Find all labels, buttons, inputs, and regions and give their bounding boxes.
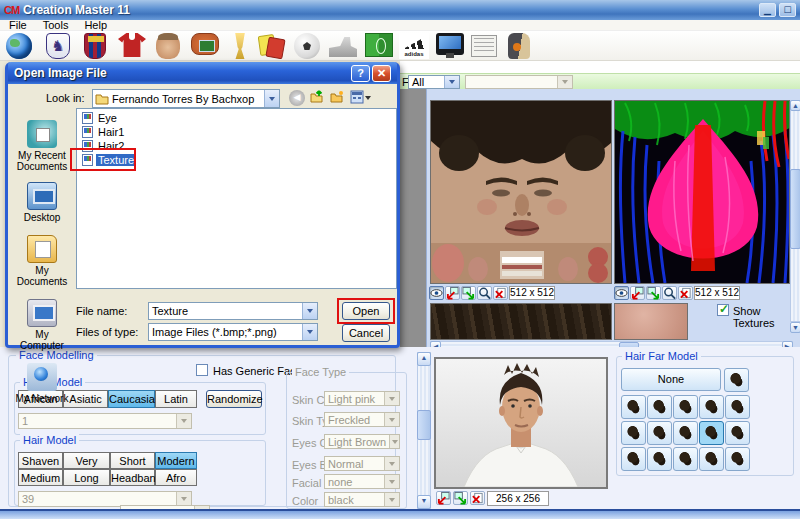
face-texture-image[interactable]: [430, 100, 612, 284]
hair-far-thumb[interactable]: [673, 447, 698, 471]
boots-icon[interactable]: [329, 37, 357, 57]
hair-model-very-short[interactable]: Very Short: [63, 452, 110, 469]
player-preview[interactable]: [434, 357, 608, 489]
globe-icon[interactable]: [6, 33, 32, 59]
eye-icon[interactable]: [429, 286, 444, 300]
panel-vscroll-thumb[interactable]: [417, 410, 431, 440]
hair-far-thumb[interactable]: [699, 395, 724, 419]
skin-color-combo: Light pink: [324, 391, 400, 406]
player-face-icon[interactable]: [156, 33, 180, 59]
newspaper-icon[interactable]: [471, 35, 497, 57]
look-in-combo[interactable]: Fernando Torres By Bachxop: [92, 89, 280, 108]
filter-combo[interactable]: All: [408, 75, 460, 89]
hair-far-thumb[interactable]: [621, 447, 646, 471]
scroll-down-icon[interactable]: ▼: [417, 495, 431, 509]
hair-far-thumb[interactable]: [699, 447, 724, 471]
import-image-icon[interactable]: [630, 286, 645, 300]
delete-texture-icon[interactable]: [470, 491, 485, 505]
file-list[interactable]: Eye Hair1 Hair2 Texture: [76, 108, 397, 289]
trophy-icon[interactable]: [232, 33, 248, 59]
files-of-type-combo[interactable]: Image Files (*.bmp;*.png): [148, 323, 318, 341]
eye-icon[interactable]: [614, 286, 629, 300]
shirt-icon[interactable]: [118, 33, 146, 57]
place-my-recent-documents[interactable]: My Recent Documents: [14, 120, 70, 172]
hair-far-none-button[interactable]: None: [621, 368, 721, 391]
hair-far-thumb[interactable]: [647, 447, 672, 471]
minimize-button[interactable]: ▁: [759, 3, 776, 17]
hair-model-long[interactable]: Long: [63, 469, 110, 486]
back-icon[interactable]: ◀: [289, 90, 305, 106]
stadium-icon[interactable]: [191, 33, 219, 55]
place-desktop[interactable]: Desktop: [14, 182, 70, 223]
chevron-down-icon[interactable]: [444, 76, 459, 88]
export-image-icon[interactable]: [646, 286, 661, 300]
place-my-documents[interactable]: My Documents: [14, 235, 70, 287]
hair-far-thumb[interactable]: [621, 421, 646, 445]
hair-far-thumb[interactable]: [673, 421, 698, 445]
file-name-combo[interactable]: Texture: [148, 302, 318, 320]
hair-model-modern[interactable]: Modern: [155, 452, 197, 469]
face-texture-art: [431, 101, 612, 284]
help-icon[interactable]: ?: [351, 65, 370, 82]
hair-texture-image[interactable]: [614, 100, 790, 284]
view-menu-icon[interactable]: [350, 90, 371, 104]
hair-far-thumb[interactable]: [725, 447, 750, 471]
football-icon[interactable]: [294, 33, 320, 59]
hair-far-thumb[interactable]: [725, 395, 750, 419]
referee-cards-icon[interactable]: [257, 33, 285, 59]
close-icon[interactable]: ✕: [372, 65, 391, 82]
maximize-button[interactable]: ☐: [779, 3, 796, 17]
monitor-icon[interactable]: [436, 33, 464, 55]
hair-model-medium[interactable]: Medium: [18, 469, 63, 486]
hair-far-thumb[interactable]: [673, 395, 698, 419]
file-item-hair1[interactable]: Hair1: [79, 125, 394, 139]
scroll-up-icon[interactable]: ▲: [417, 352, 431, 366]
skin-texture-image[interactable]: [614, 303, 688, 340]
pitch-icon[interactable]: [365, 33, 393, 57]
hair-model-shaven[interactable]: Shaven: [18, 452, 63, 469]
chevron-down-icon[interactable]: [302, 324, 317, 340]
goalkeeper-gloves-icon[interactable]: [508, 33, 530, 59]
export-image-icon[interactable]: [461, 286, 476, 300]
hair-far-thumb[interactable]: [647, 395, 672, 419]
menu-help[interactable]: Help: [84, 19, 107, 31]
cancel-button[interactable]: Cancel: [342, 324, 390, 342]
has-generic-face-checkbox[interactable]: [196, 364, 208, 376]
hair-detail-texture-image[interactable]: [430, 303, 612, 340]
zoom-icon[interactable]: [477, 286, 492, 300]
head-model-latin[interactable]: Latin: [155, 390, 197, 408]
up-folder-icon[interactable]: [310, 90, 324, 106]
premier-league-icon[interactable]: ♞: [46, 33, 70, 59]
menu-tools[interactable]: Tools: [43, 19, 69, 31]
hair-model-afro[interactable]: Afro: [155, 469, 197, 486]
hair-model-short[interactable]: Short: [110, 452, 155, 469]
import-image-icon[interactable]: [436, 491, 451, 505]
hair-far-thumb[interactable]: [725, 421, 750, 445]
delete-texture-icon[interactable]: [493, 286, 508, 300]
head-model-caucasian[interactable]: Caucasian: [108, 390, 155, 408]
place-my-network[interactable]: My Network: [14, 363, 70, 404]
delete-texture-icon[interactable]: [678, 286, 693, 300]
adidas-icon[interactable]: adidas: [399, 33, 429, 59]
hair-model-headband[interactable]: Headband: [110, 469, 155, 486]
vscroll-thumb[interactable]: [790, 169, 800, 249]
barcelona-crest-icon[interactable]: [84, 33, 106, 59]
import-image-icon[interactable]: [445, 286, 460, 300]
zoom-icon[interactable]: [662, 286, 677, 300]
scroll-up-icon[interactable]: ▲: [790, 100, 800, 111]
chevron-down-icon[interactable]: [264, 90, 279, 107]
randomize-button[interactable]: Randomize: [206, 390, 262, 408]
file-item-eye[interactable]: Eye: [79, 111, 394, 125]
hair-far-thumb[interactable]: [647, 421, 672, 445]
network-icon: [27, 363, 57, 391]
export-image-icon[interactable]: [453, 491, 468, 505]
chevron-down-icon: [384, 493, 399, 506]
hair-far-thumb[interactable]: [621, 395, 646, 419]
chevron-down-icon[interactable]: [302, 303, 317, 319]
menu-file[interactable]: File: [9, 19, 27, 31]
hair-far-thumb[interactable]: [724, 368, 749, 392]
new-folder-icon[interactable]: [330, 90, 344, 106]
hair-far-thumb-selected[interactable]: [699, 421, 724, 445]
show-textures-checkbox[interactable]: [717, 304, 729, 316]
place-my-computer[interactable]: My Computer: [14, 299, 70, 351]
